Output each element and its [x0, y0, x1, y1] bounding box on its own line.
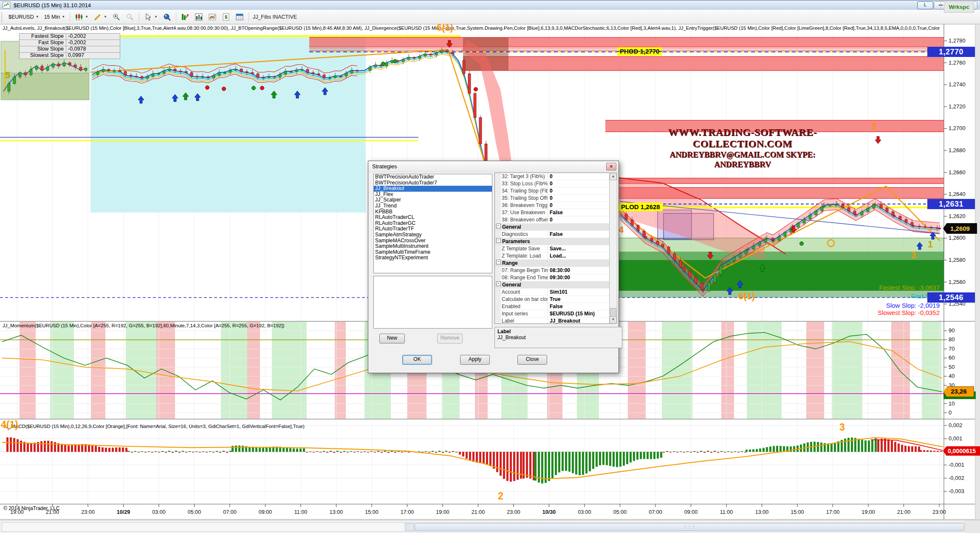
- strategy-list-item[interactable]: RLAutoTraderGC: [374, 221, 492, 227]
- right-scrollbar-strip[interactable]: [975, 24, 980, 519]
- property-row[interactable]: AccountSim101: [495, 289, 610, 296]
- resize-grip[interactable]: [965, 520, 980, 533]
- interval-selector[interactable]: 15 Min▼: [42, 11, 68, 23]
- instrument-selector[interactable]: $EURUSD▼: [6, 11, 42, 23]
- property-row[interactable]: −General: [495, 281, 610, 289]
- property-value[interactable]: $EURUSD (15 Min): [548, 310, 610, 317]
- scroll-down-icon[interactable]: ▼: [610, 316, 617, 323]
- property-row[interactable]: LabelJJ_Breakout: [495, 318, 610, 324]
- property-row[interactable]: 35: Trailing Stop Offset0: [495, 195, 610, 202]
- property-row[interactable]: 38: Breakeven offset (T0: [495, 216, 610, 224]
- property-row[interactable]: 08: Range End Time09:30:00: [495, 274, 610, 281]
- property-value[interactable]: Save...: [548, 245, 610, 252]
- strategy-list-item[interactable]: KPBBB: [374, 209, 492, 215]
- macd-axis-tick: -0,001: [949, 462, 964, 468]
- close-dialog-button[interactable]: Close: [517, 355, 547, 365]
- strategy-list-item[interactable]: JJ_Breakout: [374, 186, 492, 192]
- zoom-out-button[interactable]: [123, 11, 137, 23]
- title-bar[interactable]: $EURUSD (15 Min) 31.10.2014 L ✕: [0, 0, 980, 10]
- property-grid-scrollbar[interactable]: ▲ ▼: [609, 173, 617, 324]
- scrollbar-thumb[interactable]: [610, 308, 616, 317]
- toolbar-grip[interactable]: [1, 12, 4, 22]
- horizontal-scrollbar[interactable]: ⋮⋮⋮: [2, 522, 965, 532]
- zoom-in-button[interactable]: [110, 11, 123, 23]
- strategies-dialog[interactable]: Strategies ✕ BWTPrecisionAutoTraderBWTPr…: [368, 161, 619, 373]
- remove-button[interactable]: Remove: [437, 334, 463, 343]
- strategy-list-item[interactable]: StrategyNTExperiment: [374, 255, 492, 261]
- dialog-title[interactable]: Strategies: [368, 161, 619, 172]
- applied-strategy-list[interactable]: [373, 276, 492, 329]
- property-row[interactable]: −General: [495, 224, 610, 231]
- property-value[interactable]: 0: [548, 173, 610, 180]
- collapse-icon[interactable]: −: [496, 238, 501, 243]
- property-value[interactable]: Sim101: [548, 289, 610, 295]
- price-axis-tick: 1,2740: [949, 81, 966, 88]
- property-value[interactable]: 09:30:00: [548, 274, 610, 281]
- property-value[interactable]: 0: [548, 216, 610, 223]
- scrollbar-thumb[interactable]: ⋮⋮⋮: [415, 523, 964, 531]
- property-row[interactable]: Z Template: LoadLoad...: [495, 252, 610, 260]
- news-button[interactable]: [206, 11, 219, 23]
- l-button[interactable]: L: [917, 1, 933, 9]
- property-row[interactable]: −Parameters: [495, 238, 610, 245]
- time-axis-label: 07:00: [216, 509, 243, 515]
- strategy-list-item[interactable]: SampleMultiTimeFrame: [374, 249, 492, 255]
- data-grid-button[interactable]: [233, 11, 246, 23]
- workspace-tab[interactable]: Wrkspc: [944, 1, 974, 13]
- property-row[interactable]: 07: Range Begin Time08:30:00: [495, 267, 610, 274]
- watermark: WWW.TRADING-SOFTWARE-COLLECTION.COM ANDR…: [641, 127, 844, 169]
- property-grid[interactable]: 32: Target 3 (Fib%)033: Stop Loss (Fib%)…: [494, 173, 610, 324]
- strategy-list-item[interactable]: RLAutoTraderTF: [374, 226, 492, 232]
- property-row[interactable]: 32: Target 3 (Fib%)0: [495, 173, 610, 180]
- property-value[interactable]: 0: [548, 195, 610, 201]
- dialog-close-button[interactable]: ✕: [606, 163, 616, 170]
- strategy-list-item[interactable]: JJ_Trend: [374, 203, 492, 209]
- zoom-window-button[interactable]: [160, 11, 174, 23]
- property-value[interactable]: 0: [548, 202, 610, 209]
- property-row[interactable]: DiagnosticsFalse: [495, 231, 610, 238]
- strategy-list[interactable]: BWTPrecisionAutoTraderBWTPrecisionAutoTr…: [373, 174, 492, 273]
- market-analyzer-icon: [181, 13, 189, 21]
- strategy-list-item[interactable]: BWTPrecisionAutoTrader: [374, 174, 492, 180]
- new-button[interactable]: New: [379, 334, 405, 343]
- apply-button[interactable]: Apply: [460, 355, 490, 365]
- property-row[interactable]: EnabledFalse: [495, 303, 610, 310]
- strategy-list-item[interactable]: SampleMultiInstrument: [374, 244, 492, 249]
- strategy-list-item[interactable]: JJ_Flex: [374, 192, 492, 198]
- property-value[interactable]: False: [548, 209, 610, 216]
- collapse-icon[interactable]: −: [496, 281, 501, 286]
- property-value[interactable]: 0: [548, 180, 610, 187]
- property-value[interactable]: 08:30:00: [548, 267, 610, 274]
- property-value[interactable]: False: [548, 303, 610, 310]
- market-analyzer-button[interactable]: [178, 11, 192, 23]
- strategy-list-item[interactable]: RLAutoTraderCL: [374, 215, 492, 221]
- property-value[interactable]: True: [548, 296, 610, 303]
- chart-style-button[interactable]: ▼: [72, 11, 91, 23]
- scrollbar-left-nub[interactable]: [405, 523, 414, 531]
- collapse-icon[interactable]: −: [496, 260, 501, 264]
- scroll-up-icon[interactable]: ▲: [610, 173, 617, 180]
- property-row[interactable]: 33: Stop Loss (Fib%)0: [495, 180, 610, 187]
- account-data-button[interactable]: $: [219, 11, 233, 23]
- property-row[interactable]: 37: Use BreakevenFalse: [495, 209, 610, 216]
- property-value[interactable]: JJ_Breakout: [548, 318, 610, 324]
- property-row[interactable]: Calculate on bar closeTrue: [495, 296, 610, 303]
- property-row[interactable]: 36: Breakeven Trigger0: [495, 202, 610, 209]
- property-value[interactable]: Load...: [548, 252, 610, 259]
- strategy-list-item[interactable]: SampleAtmStrategy: [374, 232, 492, 238]
- collapse-icon[interactable]: −: [496, 224, 501, 228]
- chart-trader-button[interactable]: [192, 11, 206, 23]
- property-row[interactable]: −Range: [495, 260, 610, 267]
- property-value[interactable]: False: [548, 231, 610, 238]
- property-row[interactable]: Input series$EURUSD (15 Min): [495, 310, 610, 318]
- strategy-list-item[interactable]: BWTPrecisionAutoTrader7: [374, 180, 492, 186]
- property-value[interactable]: 0: [548, 187, 610, 194]
- drawing-tools-button[interactable]: ▼: [91, 11, 110, 23]
- cursor-button[interactable]: ▼: [141, 11, 160, 23]
- property-row[interactable]: 34: Trailing Stop (Fib%0: [495, 187, 610, 195]
- strategy-list-item[interactable]: JJ_Scalper: [374, 197, 492, 203]
- property-row[interactable]: Z Template SaveSave...: [495, 245, 610, 252]
- slope-overlay-line: Fastest Slop: -3,0637: [808, 284, 940, 291]
- ok-button[interactable]: OK: [402, 355, 432, 365]
- strategy-list-item[interactable]: SampleMACrossOver: [374, 238, 492, 244]
